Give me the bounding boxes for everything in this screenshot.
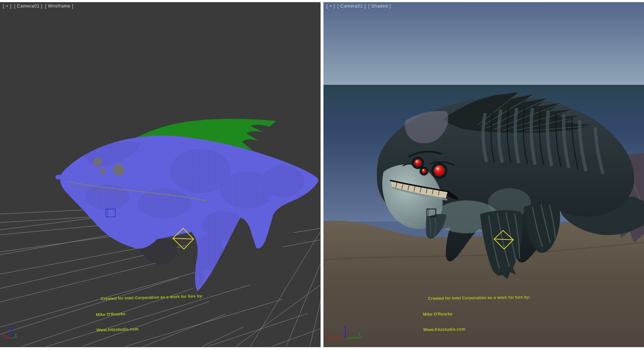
viewport-pov-menu[interactable]: [ Camera01 ] [337,4,366,9]
sky-background [323,2,644,85]
axis-x-label: x [323,333,326,337]
watermark-text: Created for Intel Corporation as a work … [95,283,205,343]
watermark-line: Created for Intel Corporation as a work … [101,293,204,301]
watermark-line: Www.fritzstudio.com [96,325,204,333]
viewport-label-bar: [ + ] [ Camera01 ] [ Shaded ] [326,4,391,9]
watermark-line: Mike O'Rourke [423,310,531,317]
viewport-pov-menu[interactable]: [ Camera01 ] [14,4,42,9]
viewport-general-menu[interactable]: [ + ] [326,4,335,9]
axis-y-label: y [358,331,361,336]
watermark-line: Www.fritzstudio.com [423,326,531,332]
fish-model-wireframe[interactable] [55,119,318,291]
viewport-shading-menu[interactable]: [ Wireframe ] [45,4,73,9]
viewport-shaded[interactable]: [ + ] [ Camera01 ] [ Shaded ] [323,2,644,347]
dual-viewport-canvas: [ + ] [ Camera01 ] [ Wireframe ] [0,0,644,350]
axis-y-label: y [15,332,17,337]
watermark-line: Mike O'Rourke [96,309,204,317]
axis-z-label: z [343,325,346,330]
axis-z-label: z [10,324,13,329]
viewport-wireframe[interactable]: [ + ] [ Camera01 ] [ Wireframe ] [0,2,321,347]
viewport-general-menu[interactable]: [ + ] [3,4,11,9]
viewport-shading-menu[interactable]: [ Shaded ] [369,4,391,9]
watermark-line: Created for Intel Corporation as a work … [428,295,531,301]
sea-horizon-band [323,85,644,88]
axis-x-label: x [3,333,5,338]
watermark-text: Created for Intel Corporation as a work … [423,284,531,343]
viewport-label-bar: [ + ] [ Camera01 ] [ Wireframe ] [3,4,73,9]
